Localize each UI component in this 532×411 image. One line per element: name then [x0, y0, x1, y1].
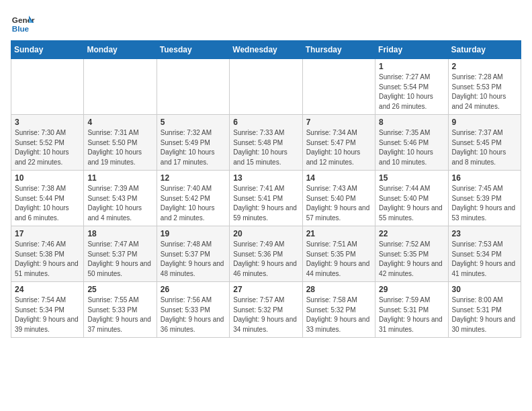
- logo: General Blue: [11, 11, 35, 35]
- calendar-cell: 14Sunrise: 7:43 AM Sunset: 5:40 PM Dayli…: [302, 171, 375, 226]
- day-number: 14: [306, 173, 371, 183]
- calendar-cell: 16Sunrise: 7:45 AM Sunset: 5:39 PM Dayli…: [448, 171, 521, 226]
- calendar-cell: 17Sunrise: 7:46 AM Sunset: 5:38 PM Dayli…: [11, 226, 84, 282]
- calendar-cell: 7Sunrise: 7:34 AM Sunset: 5:47 PM Daylig…: [302, 115, 375, 171]
- calendar-cell: 21Sunrise: 7:51 AM Sunset: 5:35 PM Dayli…: [302, 226, 375, 282]
- calendar-cell: 5Sunrise: 7:32 AM Sunset: 5:49 PM Daylig…: [157, 115, 229, 171]
- calendar-cell: [84, 59, 157, 115]
- day-number: 22: [379, 229, 444, 238]
- calendar-cell: 23Sunrise: 7:53 AM Sunset: 5:34 PM Dayli…: [448, 226, 521, 282]
- calendar-cell: 3Sunrise: 7:30 AM Sunset: 5:52 PM Daylig…: [11, 115, 84, 171]
- calendar-table: SundayMondayTuesdayWednesdayThursdayFrid…: [11, 40, 521, 338]
- day-number: 5: [161, 118, 226, 127]
- calendar-cell: 29Sunrise: 7:59 AM Sunset: 5:31 PM Dayli…: [375, 282, 448, 338]
- day-info: Sunrise: 7:48 AM Sunset: 5:37 PM Dayligh…: [161, 240, 226, 279]
- day-number: 30: [452, 285, 517, 294]
- day-info: Sunrise: 7:41 AM Sunset: 5:41 PM Dayligh…: [233, 184, 298, 223]
- day-number: 3: [15, 118, 80, 127]
- logo-icon: General Blue: [11, 11, 35, 35]
- day-info: Sunrise: 7:59 AM Sunset: 5:31 PM Dayligh…: [379, 295, 444, 334]
- page-header: General Blue: [11, 11, 521, 35]
- day-number: 9: [452, 118, 517, 127]
- calendar-cell: 13Sunrise: 7:41 AM Sunset: 5:41 PM Dayli…: [230, 171, 302, 226]
- day-number: 6: [233, 118, 298, 127]
- day-info: Sunrise: 7:55 AM Sunset: 5:33 PM Dayligh…: [87, 295, 152, 334]
- calendar-cell: 24Sunrise: 7:54 AM Sunset: 5:34 PM Dayli…: [11, 282, 84, 338]
- day-info: Sunrise: 7:30 AM Sunset: 5:52 PM Dayligh…: [15, 128, 80, 167]
- calendar-cell: 1Sunrise: 7:27 AM Sunset: 5:54 PM Daylig…: [375, 59, 448, 115]
- day-number: 15: [379, 173, 444, 183]
- day-number: 2: [452, 62, 517, 71]
- day-info: Sunrise: 7:28 AM Sunset: 5:53 PM Dayligh…: [452, 73, 517, 111]
- calendar-cell: 12Sunrise: 7:40 AM Sunset: 5:42 PM Dayli…: [157, 171, 229, 226]
- weekday-header-thursday: Thursday: [302, 41, 375, 59]
- day-info: Sunrise: 7:56 AM Sunset: 5:33 PM Dayligh…: [161, 295, 226, 334]
- day-number: 23: [452, 229, 517, 238]
- calendar-cell: 15Sunrise: 7:44 AM Sunset: 5:40 PM Dayli…: [375, 171, 448, 226]
- day-info: Sunrise: 7:31 AM Sunset: 5:50 PM Dayligh…: [87, 128, 152, 167]
- day-info: Sunrise: 7:53 AM Sunset: 5:34 PM Dayligh…: [452, 240, 517, 279]
- day-number: 26: [161, 285, 226, 294]
- day-number: 25: [87, 285, 152, 294]
- calendar-cell: 9Sunrise: 7:37 AM Sunset: 5:45 PM Daylig…: [448, 115, 521, 171]
- weekday-header-saturday: Saturday: [448, 41, 521, 59]
- weekday-header-wednesday: Wednesday: [230, 41, 302, 59]
- day-number: 19: [161, 229, 226, 238]
- day-number: 11: [87, 173, 152, 183]
- weekday-header-sunday: Sunday: [11, 41, 84, 59]
- day-number: 7: [306, 118, 371, 127]
- day-number: 21: [306, 229, 371, 238]
- day-number: 1: [379, 62, 444, 71]
- day-info: Sunrise: 7:57 AM Sunset: 5:32 PM Dayligh…: [233, 295, 298, 334]
- day-info: Sunrise: 8:00 AM Sunset: 5:31 PM Dayligh…: [452, 295, 517, 334]
- weekday-header-tuesday: Tuesday: [157, 41, 229, 59]
- calendar-cell: 22Sunrise: 7:52 AM Sunset: 5:35 PM Dayli…: [375, 226, 448, 282]
- weekday-header-friday: Friday: [375, 41, 448, 59]
- day-info: Sunrise: 7:33 AM Sunset: 5:48 PM Dayligh…: [233, 128, 298, 167]
- day-info: Sunrise: 7:51 AM Sunset: 5:35 PM Dayligh…: [306, 240, 371, 279]
- day-number: 17: [15, 229, 80, 238]
- day-info: Sunrise: 7:44 AM Sunset: 5:40 PM Dayligh…: [379, 184, 444, 223]
- calendar-cell: 11Sunrise: 7:39 AM Sunset: 5:43 PM Dayli…: [84, 171, 157, 226]
- day-number: 20: [233, 229, 298, 238]
- day-number: 24: [15, 285, 80, 294]
- day-info: Sunrise: 7:38 AM Sunset: 5:44 PM Dayligh…: [15, 184, 80, 223]
- day-number: 10: [15, 173, 80, 183]
- day-info: Sunrise: 7:32 AM Sunset: 5:49 PM Dayligh…: [161, 128, 226, 167]
- day-number: 12: [161, 173, 226, 183]
- day-number: 27: [233, 285, 298, 294]
- calendar-cell: 30Sunrise: 8:00 AM Sunset: 5:31 PM Dayli…: [448, 282, 521, 338]
- day-info: Sunrise: 7:58 AM Sunset: 5:32 PM Dayligh…: [306, 295, 371, 334]
- calendar-cell: 28Sunrise: 7:58 AM Sunset: 5:32 PM Dayli…: [302, 282, 375, 338]
- day-info: Sunrise: 7:52 AM Sunset: 5:35 PM Dayligh…: [379, 240, 444, 279]
- day-info: Sunrise: 7:54 AM Sunset: 5:34 PM Dayligh…: [15, 295, 80, 334]
- day-number: 18: [87, 229, 152, 238]
- calendar-cell: 8Sunrise: 7:35 AM Sunset: 5:46 PM Daylig…: [375, 115, 448, 171]
- calendar-cell: 18Sunrise: 7:47 AM Sunset: 5:37 PM Dayli…: [84, 226, 157, 282]
- calendar-cell: [157, 59, 229, 115]
- day-info: Sunrise: 7:40 AM Sunset: 5:42 PM Dayligh…: [161, 184, 226, 223]
- calendar-cell: 4Sunrise: 7:31 AM Sunset: 5:50 PM Daylig…: [84, 115, 157, 171]
- day-info: Sunrise: 7:43 AM Sunset: 5:40 PM Dayligh…: [306, 184, 371, 223]
- calendar-cell: 27Sunrise: 7:57 AM Sunset: 5:32 PM Dayli…: [230, 282, 302, 338]
- day-info: Sunrise: 7:27 AM Sunset: 5:54 PM Dayligh…: [379, 73, 444, 111]
- calendar-cell: 10Sunrise: 7:38 AM Sunset: 5:44 PM Dayli…: [11, 171, 84, 226]
- day-info: Sunrise: 7:46 AM Sunset: 5:38 PM Dayligh…: [15, 240, 80, 279]
- calendar-cell: 6Sunrise: 7:33 AM Sunset: 5:48 PM Daylig…: [230, 115, 302, 171]
- day-number: 4: [87, 118, 152, 127]
- calendar-cell: [230, 59, 302, 115]
- day-info: Sunrise: 7:35 AM Sunset: 5:46 PM Dayligh…: [379, 128, 444, 167]
- svg-text:Blue: Blue: [12, 24, 30, 33]
- day-info: Sunrise: 7:34 AM Sunset: 5:47 PM Dayligh…: [306, 128, 371, 167]
- day-info: Sunrise: 7:45 AM Sunset: 5:39 PM Dayligh…: [452, 184, 517, 223]
- day-number: 16: [452, 173, 517, 183]
- calendar-cell: 26Sunrise: 7:56 AM Sunset: 5:33 PM Dayli…: [157, 282, 229, 338]
- day-info: Sunrise: 7:37 AM Sunset: 5:45 PM Dayligh…: [452, 128, 517, 167]
- calendar-cell: [11, 59, 84, 115]
- calendar-cell: [302, 59, 375, 115]
- calendar-cell: 20Sunrise: 7:49 AM Sunset: 5:36 PM Dayli…: [230, 226, 302, 282]
- day-info: Sunrise: 7:47 AM Sunset: 5:37 PM Dayligh…: [87, 240, 152, 279]
- day-number: 28: [306, 285, 371, 294]
- day-number: 13: [233, 173, 298, 183]
- calendar-cell: 25Sunrise: 7:55 AM Sunset: 5:33 PM Dayli…: [84, 282, 157, 338]
